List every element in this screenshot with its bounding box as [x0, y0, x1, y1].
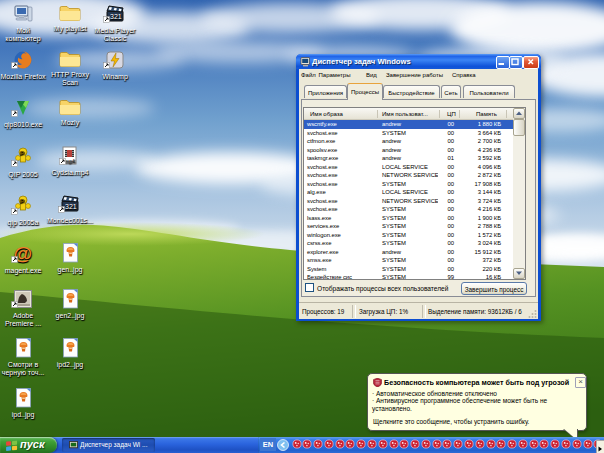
svg-text:P: P: [20, 198, 24, 204]
svg-text:P: P: [20, 150, 24, 156]
svg-text:321: 321: [65, 203, 77, 210]
svg-text:mp4: mp4: [65, 158, 75, 164]
svg-text:321: 321: [110, 13, 122, 20]
